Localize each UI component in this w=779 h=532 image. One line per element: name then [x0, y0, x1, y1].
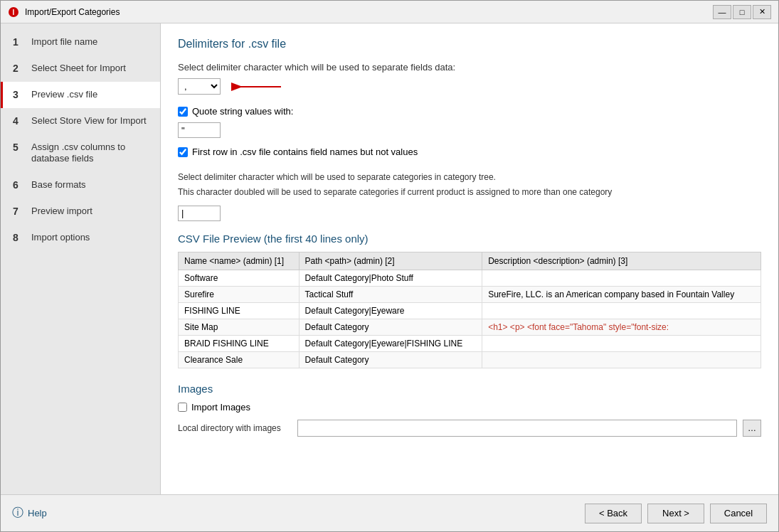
svg-text:I: I	[13, 9, 15, 16]
sidebar-item-6[interactable]: 6 Base formats	[1, 172, 160, 198]
table-row: Site MapDefault Category<h1> <p> <font f…	[179, 319, 761, 335]
sidebar-item-3[interactable]: 3 Preview .csv file	[1, 82, 160, 108]
sidebar-label-7: Preview import	[31, 206, 92, 218]
quote-value-input[interactable]	[178, 122, 221, 138]
local-dir-label: Local directory with images	[178, 423, 292, 433]
sidebar-num-5: 5	[13, 142, 24, 153]
arrow-indicator	[228, 80, 285, 94]
sidebar-num-8: 8	[13, 232, 24, 243]
content-area: Delimiters for .csv file Select delimite…	[161, 23, 778, 494]
sidebar-label-2: Select Sheet for Import	[31, 63, 126, 75]
first-row-checkbox-row: First row in .csv file contains field na…	[178, 147, 761, 157]
delimiter-row: , ; | TAB	[178, 78, 761, 95]
help-icon: ⓘ	[12, 506, 23, 521]
table-cell-path: Default Category|Eyeware	[299, 302, 482, 319]
minimize-button[interactable]: —	[713, 5, 731, 19]
window-controls: — □ ✕	[713, 5, 771, 19]
first-row-label: First row in .csv file contains field na…	[192, 147, 418, 157]
sidebar-item-7[interactable]: 7 Preview import	[1, 198, 160, 225]
import-images-label: Import Images	[191, 402, 250, 413]
csv-preview-table: Name <name> (admin) [1] Path <path> (adm…	[178, 252, 761, 368]
quote-label: Quote string values with:	[192, 106, 293, 117]
cancel-button[interactable]: Cancel	[710, 504, 767, 523]
window-title: Import/Export Categories	[25, 7, 707, 17]
help-link[interactable]: Help	[28, 508, 47, 518]
table-cell-name: FISHING LINE	[179, 302, 300, 319]
local-dir-row: Local directory with images …	[178, 420, 761, 437]
table-cell-name: Surefire	[179, 286, 300, 302]
table-cell-path: Default Category	[299, 319, 482, 335]
sidebar-label-8: Import options	[31, 232, 90, 244]
sidebar-num-7: 7	[13, 206, 24, 217]
table-cell-path: Default Category|Photo Stuff	[299, 270, 482, 286]
back-button[interactable]: < Back	[585, 504, 642, 523]
table-row: Clearance SaleDefault Category	[179, 351, 761, 368]
table-cell-name: BRAID FISHING LINE	[179, 335, 300, 351]
app-icon: I	[8, 6, 19, 18]
sidebar-item-1[interactable]: 1 Import file name	[1, 29, 160, 55]
import-images-row: Import Images	[178, 402, 761, 413]
first-row-checkbox[interactable]	[178, 147, 188, 157]
table-cell-name: Software	[179, 270, 300, 286]
sidebar-num-3: 3	[13, 89, 24, 100]
main-content: 1 Import file name 2 Select Sheet for Im…	[1, 23, 778, 494]
sidebar-label-4: Select Store View for Import	[31, 115, 147, 127]
category-delimiter-input[interactable]	[178, 206, 221, 221]
titlebar: I Import/Export Categories — □ ✕	[1, 1, 778, 23]
footer-buttons: < Back Next > Cancel	[585, 504, 767, 523]
app-window: I Import/Export Categories — □ ✕ 1 Impor…	[0, 0, 779, 532]
col-header-1: Name <name> (admin) [1]	[179, 252, 300, 270]
table-cell-path: Tactical Stuff	[299, 286, 482, 302]
next-button[interactable]: Next >	[647, 504, 704, 523]
table-row: SurefireTactical StuffSureFire, LLC. is …	[179, 286, 761, 302]
sidebar-label-3: Preview .csv file	[31, 89, 97, 101]
table-cell-description	[482, 335, 761, 351]
section-title: Delimiters for .csv file	[178, 38, 761, 50]
sidebar-num-6: 6	[13, 179, 24, 191]
sidebar-num-1: 1	[13, 36, 24, 48]
table-row: SoftwareDefault Category|Photo Stuff	[179, 270, 761, 286]
sidebar-label-1: Import file name	[31, 36, 97, 48]
delimiter-label: Select delimiter character which will be…	[178, 62, 761, 73]
category-desc-1: Select delimiter character which will be…	[178, 171, 761, 183]
sidebar-label-5: Assign .csv columns to database fields	[31, 142, 150, 166]
table-cell-description	[482, 270, 761, 286]
sidebar-num-2: 2	[13, 63, 24, 74]
category-desc-2: This character doubled will be used to s…	[178, 186, 761, 198]
table-cell-name: Site Map	[179, 319, 300, 335]
quote-checkbox-row: Quote string values with:	[178, 106, 761, 117]
browse-button[interactable]: …	[743, 420, 761, 437]
sidebar-item-5[interactable]: 5 Assign .csv columns to database fields	[1, 134, 160, 173]
table-row: FISHING LINEDefault Category|Eyeware	[179, 302, 761, 319]
delimiter-select[interactable]: , ; | TAB	[178, 78, 221, 95]
maximize-button[interactable]: □	[733, 5, 751, 19]
footer: ⓘ Help < Back Next > Cancel	[1, 494, 778, 531]
table-row: BRAID FISHING LINEDefault Category|Eyewa…	[179, 335, 761, 351]
images-title: Images	[178, 383, 761, 395]
import-images-checkbox[interactable]	[178, 403, 187, 412]
preview-title: CSV File Preview (the first 40 lines onl…	[178, 233, 761, 245]
table-cell-name: Clearance Sale	[179, 351, 300, 368]
col-header-2: Path <path> (admin) [2]	[299, 252, 482, 270]
table-cell-description	[482, 351, 761, 368]
table-cell-path: Default Category|Eyeware|FISHING LINE	[299, 335, 482, 351]
sidebar: 1 Import file name 2 Select Sheet for Im…	[1, 23, 161, 494]
sidebar-item-4[interactable]: 4 Select Store View for Import	[1, 108, 160, 134]
sidebar-item-2[interactable]: 2 Select Sheet for Import	[1, 55, 160, 82]
sidebar-item-8[interactable]: 8 Import options	[1, 225, 160, 251]
category-delimiter-section: Select delimiter character which will be…	[178, 171, 761, 233]
local-dir-input[interactable]	[297, 420, 737, 437]
footer-left: ⓘ Help	[12, 506, 47, 521]
table-cell-description: SureFire, LLC. is an American company ba…	[482, 286, 761, 302]
sidebar-label-6: Base formats	[31, 179, 86, 191]
table-cell-description	[482, 302, 761, 319]
quote-checkbox[interactable]	[178, 107, 188, 117]
sidebar-num-4: 4	[13, 115, 24, 127]
close-button[interactable]: ✕	[753, 5, 771, 19]
table-cell-path: Default Category	[299, 351, 482, 368]
table-cell-description: <h1> <p> <font face="Tahoma" style="font…	[482, 319, 761, 335]
col-header-3: Description <description> (admin) [3]	[482, 252, 761, 270]
